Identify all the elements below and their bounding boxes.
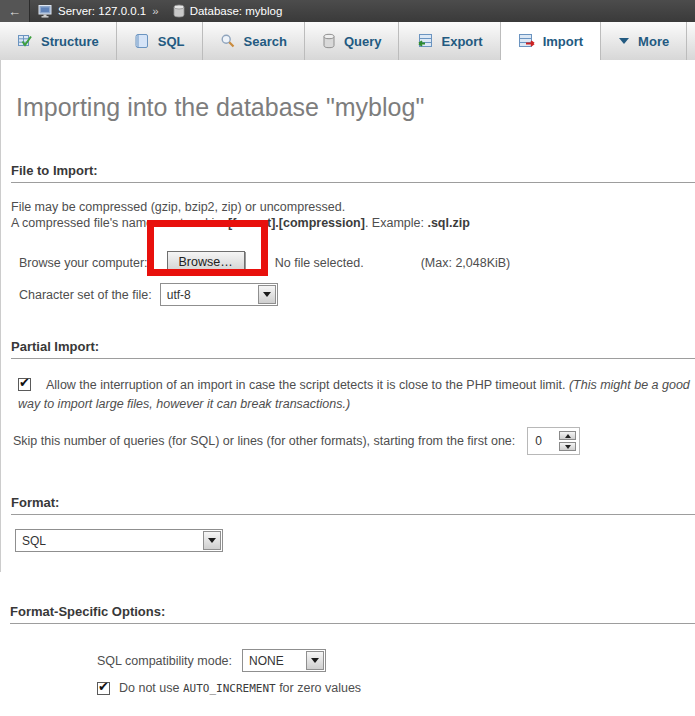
browse-label: Browse your computer: xyxy=(19,256,148,270)
arrow-left-icon: ← xyxy=(8,4,21,19)
checkmark-icon: ✔ xyxy=(98,680,109,693)
tab-search[interactable]: Search xyxy=(203,22,305,60)
hint-line2: A compressed file's name must end in .[f… xyxy=(11,215,695,231)
sql-compatibility-label: SQL compatibility mode: xyxy=(97,654,232,668)
section-heading-format: Format: xyxy=(11,495,695,515)
main-content: Importing into the database "myblog" Fil… xyxy=(0,60,695,716)
database-icon xyxy=(173,4,185,18)
chevron-down-icon xyxy=(618,37,630,45)
sql-compatibility-select[interactable]: NONE xyxy=(242,649,326,672)
section-heading-format-specific-options: Format-Specific Options: xyxy=(10,604,695,624)
tab-import[interactable]: Import xyxy=(501,22,601,60)
tab-export[interactable]: Export xyxy=(399,22,500,60)
skip-queries-value: 0 xyxy=(531,433,559,449)
charset-selected-value: utf-8 xyxy=(161,284,257,305)
hint-line1: File may be compressed (gzip, bzip2, zip… xyxy=(11,199,695,215)
example-token: .sql.zip xyxy=(427,216,469,230)
allow-interruption-label: Allow the interruption of an import in c… xyxy=(46,378,569,392)
tab-more[interactable]: More xyxy=(601,22,687,60)
stepper-up-button[interactable] xyxy=(559,431,576,440)
tab-label: More xyxy=(638,34,669,49)
chevron-down-icon xyxy=(311,658,319,667)
skip-queries-stepper[interactable]: 0 xyxy=(527,427,580,455)
sql-compatibility-row: SQL compatibility mode: NONE xyxy=(10,649,695,672)
stepper-down-button[interactable] xyxy=(559,442,576,451)
auto-increment-row: ✔ Do not use AUTO_INCREMENT for zero val… xyxy=(10,681,695,695)
charset-select[interactable]: utf-8 xyxy=(160,283,278,306)
skip-queries-label: Skip this number of queries (for SQL) or… xyxy=(13,434,515,448)
tab-sql[interactable]: SQL xyxy=(117,22,203,60)
charset-select-arrow-button[interactable] xyxy=(258,285,276,304)
no-file-selected-text: No file selected. xyxy=(275,256,364,270)
tab-query[interactable]: Query xyxy=(305,22,400,60)
auto-increment-token: AUTO_INCREMENT xyxy=(183,682,276,695)
chevron-down-icon xyxy=(263,292,271,301)
allow-interruption-row: ✔Allow the interruption of an import in … xyxy=(11,376,695,414)
skip-queries-row: Skip this number of queries (for SQL) or… xyxy=(11,427,695,455)
tab-label: Export xyxy=(441,34,482,49)
chevron-down-icon xyxy=(208,538,216,547)
tab-structure[interactable]: Structure xyxy=(0,22,117,60)
section-heading-file-to-import: File to Import: xyxy=(11,163,695,183)
export-icon xyxy=(416,33,433,49)
auto-increment-checkbox[interactable]: ✔ xyxy=(97,682,110,695)
page-title: Importing into the database "myblog" xyxy=(11,60,695,121)
import-icon xyxy=(518,33,535,49)
auto-increment-label: Do not use AUTO_INCREMENT for zero value… xyxy=(119,681,361,695)
format-selected-value: SQL xyxy=(16,530,202,551)
charset-label: Character set of the file: xyxy=(19,288,152,302)
search-icon xyxy=(220,33,236,49)
chevron-down-icon xyxy=(565,445,571,452)
checkmark-icon: ✔ xyxy=(19,376,30,389)
breadcrumb-database-link[interactable]: Database: myblog xyxy=(190,5,283,17)
tab-label: SQL xyxy=(158,34,185,49)
tab-label: Query xyxy=(344,34,382,49)
query-icon xyxy=(322,33,336,49)
section-heading-partial-import: Partial Import: xyxy=(11,339,695,359)
stepper-buttons xyxy=(559,431,576,451)
sql-icon xyxy=(134,33,150,49)
server-icon xyxy=(38,4,53,18)
charset-row: Character set of the file: utf-8 xyxy=(11,283,695,306)
browse-row: Browse your computer: Browse… No file se… xyxy=(11,251,695,274)
tab-bar: Structure SQL Search Query xyxy=(0,22,695,60)
tab-label: Import xyxy=(543,34,583,49)
tab-label: Search xyxy=(244,34,287,49)
browse-button[interactable]: Browse… xyxy=(167,251,245,274)
breadcrumb-separator: » xyxy=(152,5,158,17)
breadcrumb-server-link[interactable]: Server: 127.0.0.1 xyxy=(58,5,146,17)
sql-compatibility-selected-value: NONE xyxy=(243,650,305,671)
tab-label: Structure xyxy=(41,34,99,49)
back-button[interactable]: ← xyxy=(0,0,30,22)
format-compression-token: .[format].[compression] xyxy=(225,216,365,230)
format-select[interactable]: SQL xyxy=(15,529,223,552)
format-select-arrow-button[interactable] xyxy=(203,531,221,550)
compression-hint: File may be compressed (gzip, bzip2, zip… xyxy=(11,199,695,231)
breadcrumb: ← Server: 127.0.0.1 » Database: myblog xyxy=(0,0,695,22)
structure-icon xyxy=(17,33,33,49)
max-upload-size: (Max: 2,048KiB) xyxy=(421,256,511,270)
allow-interruption-checkbox[interactable]: ✔ xyxy=(18,378,31,391)
compat-select-arrow-button[interactable] xyxy=(306,651,324,670)
chevron-up-icon xyxy=(565,431,571,438)
